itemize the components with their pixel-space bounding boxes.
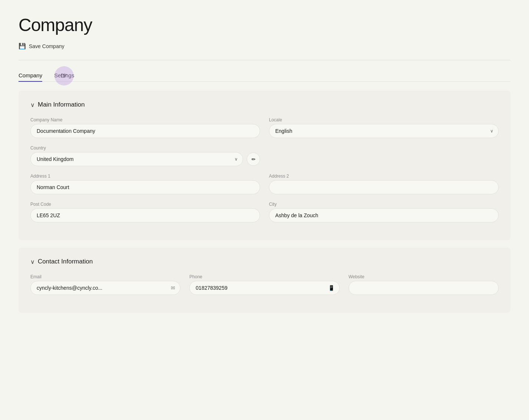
- postcode-input[interactable]: [30, 208, 260, 222]
- company-name-label: Company Name: [30, 117, 260, 122]
- contact-information-header: ∨ Contact Information: [30, 258, 499, 265]
- locale-select[interactable]: English: [269, 124, 499, 138]
- address1-input[interactable]: [30, 180, 260, 194]
- save-button-label: Save Company: [29, 43, 64, 49]
- email-group: Email ✉: [30, 274, 180, 295]
- pencil-icon: ✏: [252, 157, 256, 162]
- email-label: Email: [30, 274, 180, 279]
- save-company-button[interactable]: 💾 Save Company: [19, 41, 64, 51]
- country-select[interactable]: United Kingdom: [30, 152, 243, 166]
- tab-bar: Company Settings ☞: [19, 69, 510, 82]
- country-edit-button[interactable]: ✏: [247, 152, 260, 166]
- email-input-wrapper: ✉: [30, 281, 180, 295]
- contact-information-title: Contact Information: [38, 258, 93, 265]
- postcode-city-row: Post Code City: [30, 202, 499, 222]
- address1-label: Address 1: [30, 174, 260, 179]
- company-name-input[interactable]: [30, 124, 260, 138]
- country-group: Country United Kingdom ∨ ✏: [30, 145, 260, 166]
- postcode-group: Post Code: [30, 202, 260, 222]
- city-group: City: [269, 202, 499, 222]
- locale-select-wrapper: English ∨: [269, 124, 499, 138]
- locale-label: Locale: [269, 117, 499, 122]
- country-wrapper: United Kingdom ∨ ✏: [30, 152, 260, 166]
- country-row: Country United Kingdom ∨ ✏: [30, 145, 499, 166]
- address2-group: Address 2: [269, 174, 499, 194]
- address2-label: Address 2: [269, 174, 499, 179]
- website-group: Website: [349, 274, 499, 295]
- contact-information-section: ∨ Contact Information Email ✉ Phone 📱 We…: [19, 248, 510, 313]
- tab-company[interactable]: Company: [19, 69, 42, 81]
- company-name-group: Company Name: [30, 117, 260, 138]
- page-title: Company: [19, 15, 510, 35]
- main-information-header: ∨ Main Information: [30, 101, 499, 108]
- main-information-section: ∨ Main Information Company Name Locale E…: [19, 91, 510, 240]
- phone-input[interactable]: [189, 281, 339, 295]
- contact-info-chevron-icon: ∨: [30, 258, 35, 265]
- website-input[interactable]: [349, 281, 499, 295]
- phone-label: Phone: [189, 274, 339, 279]
- phone-group: Phone 📱: [189, 274, 339, 295]
- postcode-label: Post Code: [30, 202, 260, 207]
- save-icon: 💾: [19, 43, 26, 50]
- address-row: Address 1 Address 2: [30, 174, 499, 194]
- country-label: Country: [30, 145, 260, 151]
- country-select-container: United Kingdom ∨: [30, 152, 243, 166]
- tab-settings[interactable]: Settings: [54, 69, 74, 81]
- header-divider: [19, 60, 510, 60]
- email-input[interactable]: [30, 281, 180, 295]
- contact-row: Email ✉ Phone 📱 Website: [30, 274, 499, 295]
- website-label: Website: [349, 274, 499, 279]
- locale-group: Locale English ∨: [269, 117, 499, 138]
- address1-group: Address 1: [30, 174, 260, 194]
- city-input[interactable]: [269, 208, 499, 222]
- address2-input[interactable]: [269, 180, 499, 194]
- main-information-title: Main Information: [38, 101, 85, 108]
- main-info-chevron-icon: ∨: [30, 101, 35, 108]
- phone-input-wrapper: 📱: [189, 281, 339, 295]
- company-locale-row: Company Name Locale English ∨: [30, 117, 499, 138]
- city-label: City: [269, 202, 499, 207]
